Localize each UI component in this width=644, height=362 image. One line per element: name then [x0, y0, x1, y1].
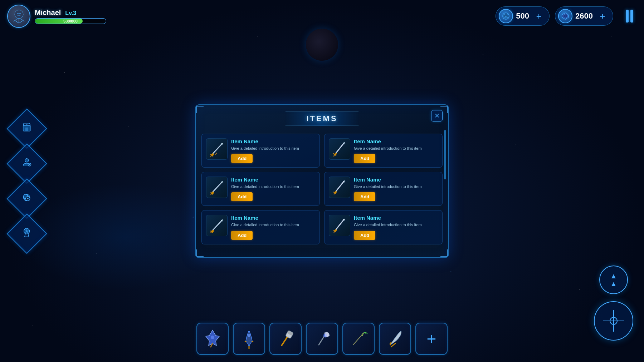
add-gems-button[interactable]: +	[597, 11, 608, 21]
crosshair-button[interactable]	[594, 301, 633, 341]
item-card-6: Item Name Give a detailed introduction t…	[324, 210, 443, 244]
item-desc-3: Give a detailed introduction to this ite…	[231, 184, 315, 189]
svg-line-2	[15, 21, 19, 23]
item-add-button-6[interactable]: Add	[354, 231, 375, 240]
item-add-button-4[interactable]: Add	[354, 192, 375, 201]
item-add-button-3[interactable]: Add	[231, 192, 253, 201]
item-add-button-5[interactable]: Add	[231, 231, 253, 240]
item-image-2	[329, 138, 350, 160]
player-avatar	[7, 5, 30, 28]
item-image-3	[206, 177, 228, 198]
hotbar-slot-5[interactable]	[342, 323, 375, 355]
chevron-inner: ▲ ▲	[610, 272, 617, 287]
hotbar-slot-4[interactable]	[306, 323, 338, 355]
modal-scrollbar[interactable]	[444, 130, 446, 254]
pause-button[interactable]	[622, 7, 637, 25]
item-image-1	[206, 138, 228, 160]
background-planet	[306, 29, 338, 61]
coin-panel: $ 500 +	[496, 6, 550, 26]
svg-text:$: $	[505, 15, 507, 18]
add-coins-button[interactable]: +	[533, 11, 544, 21]
player-details: Michael Lv.3 538/800	[35, 9, 106, 24]
item-desc-6: Give a detailed introduction to this ite…	[354, 222, 438, 228]
sidebar-item-character[interactable]	[6, 143, 47, 184]
modal-close-button[interactable]: ✕	[431, 110, 443, 122]
hotbar-slot-6[interactable]	[379, 323, 411, 355]
pause-bar-2	[630, 10, 633, 23]
svg-rect-6	[17, 13, 19, 14]
xp-text: 538/800	[35, 19, 106, 24]
items-modal: ITEMS ✕	[195, 104, 449, 258]
item-add-button-1[interactable]: Add	[231, 154, 253, 163]
shop-icon	[21, 122, 33, 135]
hotbar-slot-1[interactable]	[196, 323, 229, 355]
item-card-5: Item Name Give a detailed introduction t…	[201, 210, 320, 244]
coin-icon: $	[499, 9, 513, 23]
hotbar-slot-2[interactable]	[233, 323, 265, 355]
crosshair-icon	[603, 310, 624, 332]
player-name: Michael	[35, 9, 61, 17]
item-name-1: Item Name	[231, 138, 315, 144]
item-info-6: Item Name Give a detailed introduction t…	[354, 215, 438, 239]
item-image-4	[329, 177, 350, 198]
svg-line-27	[25, 234, 25, 237]
svg-point-17	[25, 158, 29, 162]
svg-rect-7	[19, 13, 21, 14]
modal-header: ITEMS ✕	[196, 105, 448, 130]
svg-line-28	[28, 234, 29, 237]
xp-bar-container: 538/800	[35, 18, 106, 24]
chevron-icon-2: ▲	[610, 280, 617, 287]
svg-point-0	[15, 10, 23, 19]
bottom-hotbar: +	[196, 323, 448, 355]
player-level: Lv.3	[65, 10, 76, 16]
coin-amount: 500	[516, 11, 529, 21]
item-name-5: Item Name	[231, 215, 315, 221]
item-card-2: Item Name Give a detailed introduction t…	[324, 134, 443, 168]
modal-title: ITEMS	[306, 114, 337, 123]
item-add-button-2[interactable]: Add	[354, 154, 375, 163]
left-sidebar	[13, 114, 41, 248]
item-name-3: Item Name	[231, 177, 315, 183]
hotbar-add-slot[interactable]: +	[415, 323, 448, 355]
gem-panel: 2600 +	[555, 6, 613, 26]
item-name-6: Item Name	[354, 215, 438, 221]
item-desc-1: Give a detailed introduction to this ite…	[231, 146, 315, 151]
character-icon	[21, 157, 33, 170]
item-info-5: Item Name Give a detailed introduction t…	[231, 215, 315, 239]
hotbar-slot-3[interactable]	[269, 323, 302, 355]
currency-area: $ 500 + 2600 +	[496, 6, 637, 26]
item-card-3: Item Name Give a detailed introduction t…	[201, 172, 320, 206]
modal-scrollbar-thumb	[444, 130, 446, 179]
item-info-1: Item Name Give a detailed introduction t…	[231, 138, 315, 163]
sidebar-item-shop[interactable]	[6, 108, 47, 149]
svg-point-63	[211, 336, 214, 339]
sidebar-item-add-currency[interactable]	[6, 178, 47, 219]
right-controls: ▲ ▲	[594, 266, 633, 341]
item-image-6	[329, 215, 350, 236]
svg-rect-15	[25, 127, 28, 131]
item-card-4: Item Name Give a detailed introduction t…	[324, 172, 443, 206]
add-currency-icon	[21, 192, 33, 205]
item-desc-5: Give a detailed introduction to this ite…	[231, 222, 315, 228]
modal-title-bg: ITEMS	[285, 111, 359, 126]
achievements-icon	[21, 227, 33, 240]
sidebar-item-achievements[interactable]	[6, 213, 47, 254]
top-bar: Michael Lv.3 538/800 $ 500 +	[0, 0, 644, 32]
item-image-5	[206, 215, 228, 236]
svg-marker-72	[362, 333, 364, 336]
item-info-2: Item Name Give a detailed introduction t…	[354, 138, 438, 163]
item-desc-4: Give a detailed introduction to this ite…	[354, 184, 438, 189]
player-name-level: Michael Lv.3	[35, 9, 106, 17]
svg-point-65	[248, 334, 250, 337]
pause-bar-1	[626, 10, 629, 23]
svg-line-34	[215, 153, 217, 155]
modal-body[interactable]: Item Name Give a detailed introduction t…	[196, 130, 448, 250]
item-card-1: Item Name Give a detailed introduction t…	[201, 134, 320, 168]
gem-icon	[558, 9, 572, 23]
item-info-3: Item Name Give a detailed introduction t…	[231, 177, 315, 201]
modal-corner-bl	[196, 249, 204, 257]
gem-amount: 2600	[575, 11, 593, 21]
item-desc-2: Give a detailed introduction to this ite…	[354, 146, 438, 151]
items-grid: Item Name Give a detailed introduction t…	[201, 134, 443, 244]
chevron-up-button[interactable]: ▲ ▲	[599, 266, 628, 294]
